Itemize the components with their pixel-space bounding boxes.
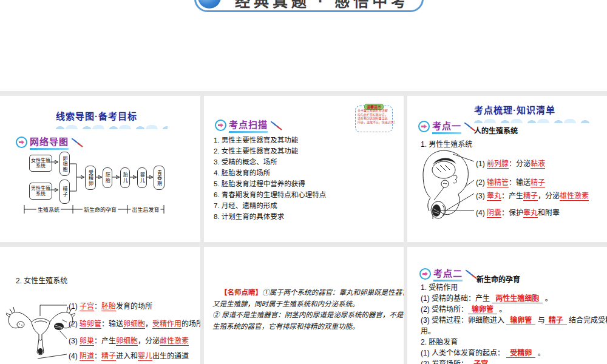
content-line: (1) 受精的基础：产生 两性生殖细胞 。 [421,293,607,304]
rainbow-squiggle-icon [71,138,82,147]
slide-thumb-male-system[interactable]: 考点梳理·知识清单 考点一 人的生殖系统 1. 男性生殖系统 (1) 前列腺：分… [407,96,607,242]
list-item: 5. 胚胎发育过程中营养的获得 [214,178,326,189]
content-line: (2) 发育场所： 子宫 [421,359,607,364]
anatomy-label: (4) 阴道：精子进入和婴儿出生的通道 [69,350,189,360]
flow-box-female-system: 女性生殖系统 [29,155,52,172]
anatomy-label: (2) 输精管：输送精子 [476,177,545,187]
section-label-text: 网络导图 [30,135,69,150]
content-lines: 1. 受精作用 (1) 受精的基础：产生 两性生殖细胞 。 (2) 受精场所：输… [421,282,607,364]
circle-arrow-icon [419,268,431,280]
tip-line: 生殖系统的器官，它有排尿和排精的双重功能。 [212,321,404,332]
content-line: 1. 受精作用 [421,282,607,293]
tip-line: 【名师点睛】①属于两个系统的器官：睾丸和卵巢既是性器官， [212,287,404,298]
slide-thumb-exam-points[interactable]: 考点扫描 温馨提示 全书重点视频名师讲解 均与此栏目标题对应， 请在预习巩固时重… [204,96,404,242]
header-banner: 经典真题 · 感悟中考 [194,0,424,12]
span-label-reproductive-system: 生殖系统 [36,206,61,214]
content-line: (2) 受精场所：输卵管 。 [421,304,607,315]
anatomy-label: (1) 前列腺：分泌黏液 [476,158,545,168]
section-label-kaodian-2: 考点二 [419,266,476,281]
flow-pill-puberty: 青春期 [154,166,164,190]
section-label-text: 考点扫描 [229,118,268,133]
teacher-tip-paragraph: 【名师点睛】①属于两个系统的器官：睾丸和卵巢既是性器官， 又是生殖腺，同时属于生… [212,287,404,332]
anatomy-label: (4) 阴囊：保护睾丸和附睾 [476,207,560,217]
content-line: (3) 受精过程：卵细胞进入 输卵管 与精子 结合完成受精作 [421,315,607,326]
banner-circle-icon [198,0,221,8]
slide-thumb-teacher-tips[interactable]: 【名师点睛】①属于两个系统的器官：睾丸和卵巢既是性器官， 又是生殖腺，同时属于生… [204,247,404,364]
flow-pill-egg: 卵细胞 [59,152,70,176]
anatomy-label: (3) 睾丸：产生精子，分泌雄性激素 [476,190,589,200]
tips-note-line: 内容，温故不忘，快速过关！ [358,121,394,124]
span-label-new-life: 新生命的孕育 [83,206,118,214]
slide-title: 线索导图·备考目标 [56,109,137,122]
cloud-underline-decor [53,122,168,129]
content-line: 用。 [421,326,607,337]
flow-box-male-system: 男性生殖系统 [29,183,52,200]
flow-pill-fetus: 胎儿 [120,167,130,188]
list-item: 2. 女性主要性器官及其功能 [214,146,326,157]
circle-arrow-icon [16,136,27,148]
list-item: 3. 受精的概念、场所 [214,157,326,167]
anatomy-label: (2) 输卵管：输送卵细胞，受精作用的场所 [69,318,200,328]
anatomy-label: (1) 子宫：胚胎发育的场所 [69,300,152,311]
circle-arrow-icon [215,120,226,131]
flow-pill-zygote: 受精卵 [85,166,96,190]
span-label-postnatal: 出生后发育 [131,206,160,214]
list-item: 6. 青春期发育的生理特点和心理特点 [214,189,326,200]
list-item: 1. 男性主要性器官及其功能 [214,135,326,146]
tip-line: 又是生殖腺，同时属于生殖系统和内分泌系统。 [212,298,404,310]
rainbow-squiggle-icon [270,121,281,130]
anatomy-label: (3) 卵巢：产生卵细胞，分泌雌性激素 [69,335,189,345]
list-item: 8. 计划生育的具体要求 [214,211,326,222]
content-line: 2. 胚胎发育 [421,337,607,348]
list-item: 4. 胚胎发育的场所 [214,167,326,178]
tips-note-box: 温馨提示 全书重点视频名师讲解 均与此栏目标题对应， 请在预习巩固时重温此 内容… [355,106,393,132]
slide-thumb-female-system[interactable]: 2. 女性生殖系统 (1) 子宫：胚胎发育的场所 (2) 输卵管：输送卵细胞，受… [0,247,200,364]
flow-pill-baby: 婴儿 [137,167,147,188]
section-label-network-map: 网络导图 [16,135,82,150]
section-label-text: 考点二 [433,266,463,281]
flow-pill-embryo: 胚胎 [103,167,112,188]
rainbow-squiggle-icon [465,270,476,278]
slide-thumb-map-goals[interactable]: 线索导图·备考目标 网络导图 女性生殖系统 男性生殖 [0,96,200,242]
leader-lines [407,96,607,242]
section-label-scan: 考点扫描 [215,118,281,133]
exam-point-list: 1. 男性主要性器官及其功能 2. 女性主要性器官及其功能 3. 受精的概念、场… [214,135,326,222]
banner-title: 经典真题 · 感悟中考 [235,0,410,11]
flow-pill-sperm: 精子 [59,180,70,204]
tip-line: ② 尿道不是生殖器官：阴茎内的尿道是泌尿系统的器官，不是 [212,309,404,321]
list-item: 7. 月经、遗精的形成 [214,200,326,211]
slide-thumb-new-life[interactable]: 考点二 新生命的孕育 1. 受精作用 (1) 受精的基础：产生 两性生殖细胞 。… [407,247,607,364]
concept-flowchart: 女性生殖系统 男性生殖系统 卵细胞 精子 受精卵 胚胎 胎儿 婴儿 青春期 生殖… [17,152,192,217]
content-line: (1) 人类个体发育的起点： 受精卵 。 [421,348,607,359]
